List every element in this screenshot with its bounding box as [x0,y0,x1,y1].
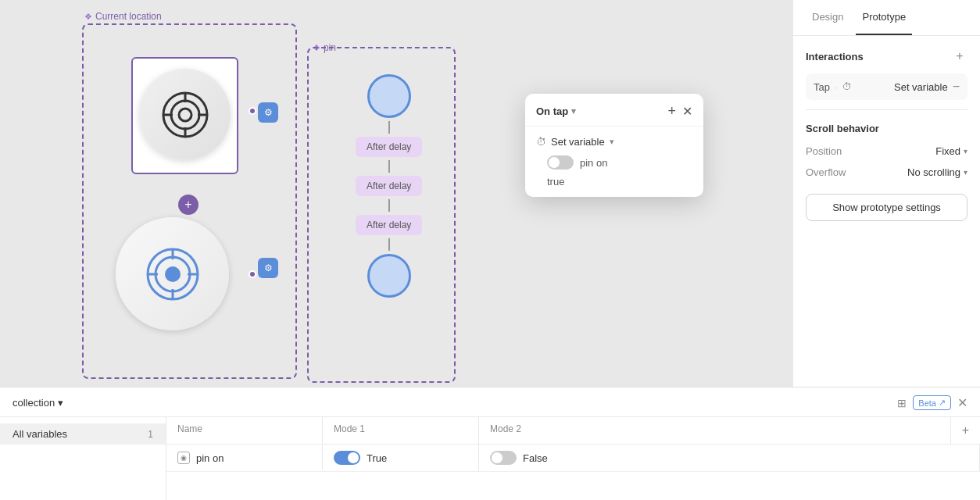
add-column-button[interactable]: + [951,417,980,444]
tab-design[interactable]: Design [806,0,849,35]
mode2-toggle[interactable] [490,451,517,465]
mode2-value: False [523,452,548,464]
col-header-name: Name [166,417,323,444]
overflow-value: No scrolling [907,166,960,178]
flow-end-node [367,254,411,298]
cell-mode1: True [323,445,479,471]
canvas: Current location pin ⚙ [0,0,792,387]
position-selector[interactable]: Fixed ▾ [935,145,967,157]
mode1-toggle[interactable] [334,451,360,465]
position-chevron: ▾ [964,147,967,155]
beta-badge: Beta ↗ [913,395,951,410]
connection-dot-bottom [249,270,256,278]
interactions-section-header: Interactions + [806,48,967,64]
position-label: Position [806,145,842,157]
svg-point-9 [165,266,181,282]
variables-table: Name Mode 1 Mode 2 + ◉ pin on True [166,417,980,500]
target-icon-blue [145,247,200,302]
gear-button-top[interactable]: ⚙ [258,102,278,123]
show-prototype-settings-button[interactable]: Show prototype settings [806,194,967,221]
circle-bottom[interactable] [116,217,229,330]
flow-box-3[interactable]: After delay [356,215,422,235]
bottom-panel-header: collection ▾ ⊞ Beta ↗ ✕ [0,388,980,417]
collection-label: collection [13,397,55,409]
set-variable-row: ⏱ Set variable ▾ [536,136,692,148]
beta-label: Beta [918,398,936,408]
interaction-dot: · [835,81,838,93]
divider [806,109,967,110]
current-location-label: Current location [84,11,162,22]
clock-icon: ⏱ [842,81,852,92]
svg-point-1 [171,101,199,129]
set-variable-label: Set variable [551,136,605,148]
interactions-title: Interactions [806,51,864,62]
table-header: Name Mode 1 Mode 2 + [166,417,980,445]
sidebar-toggle-button[interactable]: ⊞ [897,397,907,409]
toggle-label: pin on [580,157,607,169]
flow-box-2[interactable]: After delay [356,176,422,196]
add-component-button[interactable]: + [178,195,199,215]
overflow-selector[interactable]: No scrolling ▾ [907,166,967,178]
position-row: Position Fixed ▾ [806,145,967,157]
panel-content: Interactions + Tap · ⏱ Set variable − Sc… [793,36,980,387]
position-value: Fixed [935,145,960,157]
var-count: 1 [148,429,153,440]
interaction-left: Tap · ⏱ [814,81,852,93]
set-variable-action: Set variable [894,81,948,93]
flow-start-node [367,74,411,118]
popup-body: ⏱ Set variable ▾ pin on true [525,127,703,197]
collection-chevron: ▾ [58,397,63,409]
all-variables-label: All variables [13,428,67,440]
variable-type-icon: ◉ [177,452,190,464]
mode1-value: True [367,452,387,464]
cell-mode2: False [479,445,980,471]
target-icon-dark [162,91,209,138]
on-tap-popup: On tap ▾ + ✕ ⏱ Set variable ▾ [525,94,703,197]
popup-title: On tap ▾ [536,105,576,117]
flow-box-1[interactable]: After delay [356,137,422,157]
tap-label: Tap [814,81,830,93]
true-value: true [547,176,692,188]
close-bottom-panel-button[interactable]: ✕ [957,395,967,410]
flow-arrow-4 [388,238,390,251]
pin-on-toggle[interactable] [547,155,574,170]
popup-header: On tap ▾ + ✕ [525,94,703,127]
cell-name: ◉ pin on [166,445,323,470]
mode2-toggle-knob [492,452,503,463]
overflow-label: Overflow [806,166,846,178]
popup-chevron[interactable]: ▾ [571,106,576,116]
col-header-mode2: Mode 2 [479,417,951,444]
bottom-toolbar: ⊞ Beta ↗ ✕ [897,395,967,410]
variable-icon: ⏱ [536,136,546,148]
right-panel: Design Prototype Interactions + Tap · ⏱ … [792,0,980,387]
variables-sidebar: All variables 1 [0,417,166,500]
tab-prototype[interactable]: Prototype [856,0,912,35]
interaction-right: Set variable − [894,80,960,94]
overflow-chevron: ▾ [964,168,967,177]
overflow-row: Overflow No scrolling ▾ [806,166,967,178]
bottom-content: All variables 1 Name Mode 1 Mode 2 + ◉ p… [0,417,980,500]
flow-arrow-2 [388,160,390,173]
toggle-row: pin on [547,155,692,170]
collection-selector[interactable]: collection ▾ [13,397,63,409]
all-variables-row[interactable]: All variables 1 [0,423,166,445]
popup-actions: + ✕ [667,103,692,120]
circle-top[interactable] [139,69,231,160]
toggle-knob [549,157,560,168]
external-link-icon: ↗ [939,398,946,408]
remove-interaction-button[interactable]: − [953,80,960,94]
popup-close-button[interactable]: ✕ [682,104,692,119]
svg-point-2 [179,109,191,121]
panel-tabs: Design Prototype [793,0,980,36]
flow-arrow-3 [388,199,390,212]
interaction-row[interactable]: Tap · ⏱ Set variable − [806,73,967,100]
flow-diagram: After delay After delay After delay [356,74,422,298]
mode1-toggle-knob [348,452,359,463]
add-interaction-button[interactable]: + [952,48,967,64]
var-name: pin on [196,452,224,464]
scroll-behavior-title: Scroll behavior [806,123,967,134]
connection-dot-top [249,107,256,115]
popup-add-button[interactable]: + [667,103,676,120]
set-variable-chevron[interactable]: ▾ [610,137,614,147]
gear-button-bottom[interactable]: ⚙ [258,258,278,278]
